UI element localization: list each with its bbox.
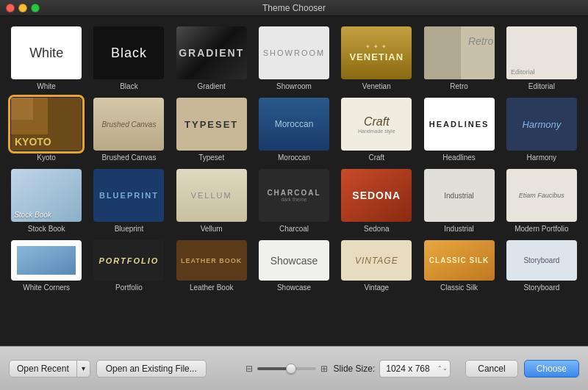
theme-blueprint[interactable]: BLUEPRINT Blueprint [90, 167, 168, 234]
slide-size-wrapper: 1024 x 768 1920 x 1080 800 x 600 [379, 360, 451, 378]
theme-charcoal[interactable]: CHARCOAL dark theme Charcoal [255, 167, 333, 234]
theme-brushed-canvas-label: Brushed Canvas [101, 154, 156, 162]
theme-showcase-label: Showcase [277, 284, 311, 292]
theme-black-thumb: Black [93, 26, 164, 79]
zoom-area: ⊟ ⊞ [245, 364, 328, 374]
theme-white-label: White [37, 82, 56, 90]
open-existing-button[interactable]: Open an Existing File... [96, 360, 207, 378]
theme-modern-portfolio[interactable]: Etiam Faucibus Modern Portfolio [503, 167, 581, 234]
theme-leather-book-label: Leather Book [190, 284, 234, 292]
open-recent-button[interactable]: Open Recent [9, 360, 77, 378]
theme-sedona[interactable]: SEDONA Sedona [337, 167, 415, 234]
theme-charcoal-thumb: CHARCOAL dark theme [259, 169, 329, 222]
theme-vintage-label: Vintage [364, 284, 389, 292]
theme-showroom-thumb: SHOWROOM [259, 26, 329, 79]
theme-harmony-label: Harmony [527, 154, 557, 162]
theme-headlines[interactable]: HEADLINES Headlines [420, 96, 498, 163]
theme-sedona-label: Sedona [364, 225, 389, 233]
slide-size-label: Slide Size: [334, 364, 376, 374]
theme-vellum-label: Vellum [201, 225, 223, 233]
theme-kyoto[interactable]: KYOTO Kyoto [7, 96, 85, 163]
theme-sedona-thumb: SEDONA [341, 169, 412, 222]
svg-rect-8 [11, 98, 33, 120]
cancel-button[interactable]: Cancel [465, 360, 517, 378]
theme-typeset-thumb: TYPESET [176, 98, 247, 151]
theme-venetian-label: Venetian [362, 82, 391, 90]
theme-typeset[interactable]: TYPESET Typeset [173, 96, 251, 163]
theme-portfolio-label: Portfolio [115, 284, 143, 292]
theme-blueprint-label: Blueprint [115, 225, 143, 233]
theme-portfolio-thumb: PORTFOLIO [93, 240, 164, 281]
theme-blueprint-thumb: BLUEPRINT [93, 169, 164, 222]
theme-stock-book-label: Stock Book [28, 225, 65, 233]
themes-container: White White Black Black GRADIENT Gradien… [0, 16, 588, 346]
slide-size-area: Slide Size: 1024 x 768 1920 x 1080 800 x… [334, 360, 451, 378]
theme-industrial-label: Industrial [444, 225, 474, 233]
open-recent-arrow-button[interactable]: ▾ [77, 360, 90, 378]
theme-harmony[interactable]: Harmony Harmony [503, 96, 581, 163]
theme-retro[interactable]: Retro Retro [420, 25, 498, 92]
theme-leather-book[interactable]: LEATHER BOOK Leather Book [173, 239, 251, 293]
theme-leather-book-thumb: LEATHER BOOK [176, 240, 247, 281]
theme-showcase-thumb: Showcase [259, 240, 329, 281]
theme-black-label: Black [120, 82, 137, 90]
close-button[interactable] [6, 4, 15, 12]
theme-showroom[interactable]: SHOWROOM Showroom [255, 25, 333, 92]
theme-headlines-thumb: HEADLINES [424, 98, 495, 151]
theme-vintage[interactable]: VINTAGE Vintage [337, 239, 415, 293]
svg-rect-1 [424, 26, 461, 79]
open-recent-group: Open Recent ▾ [9, 360, 90, 378]
theme-kyoto-thumb: KYOTO [11, 98, 82, 151]
theme-editorial-thumb: Editorial [506, 26, 577, 79]
theme-storyboard-label: Storyboard [523, 284, 559, 292]
svg-text:Editorial: Editorial [511, 68, 535, 76]
theme-classic-silk[interactable]: CLASSIC SILK Classic Silk [420, 239, 498, 293]
theme-moroccan-label: Moroccan [278, 154, 310, 162]
theme-showcase[interactable]: Showcase Showcase [255, 239, 333, 293]
svg-text:KYOTO: KYOTO [15, 136, 51, 148]
theme-headlines-label: Headlines [442, 154, 475, 162]
theme-harmony-thumb: Harmony [506, 98, 577, 151]
action-buttons: Cancel Choose [465, 360, 579, 378]
theme-stock-book[interactable]: Stock Book Stock Book [7, 167, 85, 234]
theme-editorial[interactable]: Editorial Editorial [503, 25, 581, 92]
theme-white[interactable]: White White [7, 25, 85, 92]
slide-size-select[interactable]: 1024 x 768 1920 x 1080 800 x 600 [379, 360, 451, 378]
theme-gradient-label: Gradient [198, 82, 226, 90]
theme-charcoal-label: Charcoal [279, 225, 309, 233]
theme-white-corners[interactable]: White Corners [7, 239, 85, 293]
theme-craft-label: Craft [368, 154, 384, 162]
theme-portfolio[interactable]: PORTFOLIO Portfolio [90, 239, 168, 293]
theme-kyoto-label: Kyoto [37, 154, 56, 162]
theme-storyboard-thumb: Storyboard [506, 240, 577, 281]
minimize-button[interactable] [18, 4, 27, 12]
theme-craft[interactable]: Craft Handmade style Craft [337, 96, 415, 163]
theme-moroccan[interactable]: Moroccan Moroccan [255, 96, 333, 163]
theme-black[interactable]: Black Black [90, 25, 168, 92]
theme-vellum[interactable]: VELLUM Vellum [173, 167, 251, 234]
theme-brushed-canvas[interactable]: Brushed Canvas Brushed Canvas [90, 96, 168, 163]
zoom-slider[interactable] [257, 367, 316, 370]
theme-modern-portfolio-thumb: Etiam Faucibus [506, 169, 577, 222]
theme-typeset-label: Typeset [198, 154, 224, 162]
theme-vellum-thumb: VELLUM [176, 169, 247, 222]
theme-storyboard[interactable]: Storyboard Storyboard [503, 239, 581, 293]
window-controls[interactable] [6, 4, 40, 12]
zoom-out-icon: ⊟ [245, 364, 253, 374]
theme-industrial[interactable]: Industrial Industrial [420, 167, 498, 234]
theme-classic-silk-label: Classic Silk [440, 284, 478, 292]
theme-white-corners-thumb [11, 240, 82, 281]
theme-venetian[interactable]: ✦ ✦ ✦ VENETIAN Venetian [337, 25, 415, 92]
bottom-bar: Open Recent ▾ Open an Existing File... ⊟… [0, 346, 588, 390]
maximize-button[interactable] [31, 4, 40, 12]
choose-button[interactable]: Choose [524, 360, 579, 378]
theme-brushed-canvas-thumb: Brushed Canvas [93, 98, 164, 151]
theme-gradient[interactable]: GRADIENT Gradient [173, 25, 251, 92]
themes-grid: White White Black Black GRADIENT Gradien… [7, 25, 581, 293]
theme-white-thumb: White [11, 26, 82, 79]
theme-editorial-label: Editorial [528, 82, 555, 90]
theme-vintage-thumb: VINTAGE [341, 240, 412, 281]
theme-craft-thumb: Craft Handmade style [341, 98, 412, 151]
theme-gradient-thumb: GRADIENT [176, 26, 247, 79]
theme-retro-thumb: Retro [424, 26, 495, 79]
